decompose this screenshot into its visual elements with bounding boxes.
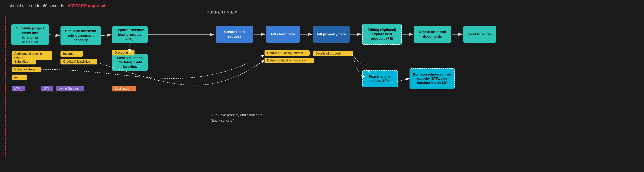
- duration-text: it should take under 60 seconds: [6, 3, 64, 8]
- node-borrower-reimb-label: Borrower reimbursement capacity (BTI/Liv…: [412, 73, 452, 85]
- tag-best-rates: Best rates: [112, 86, 136, 91]
- node-borrower-reimb[interactable]: Borrower reimbursement capacity (BTI/Liv…: [410, 68, 455, 89]
- node-simulate-project[interactable]: Simulate project costs and financing (pr…: [11, 24, 49, 45]
- node-create-loan[interactable]: Create Loan request: [216, 26, 253, 43]
- top-bar: it should take under 60 seconds WIZZARD …: [0, 0, 644, 12]
- node-explore-products-label: Explore Possible best products (PE): [114, 28, 145, 42]
- tag-details-property: Details of property: [313, 51, 353, 56]
- tag-dti: DTI: [41, 86, 53, 91]
- node-fill-client[interactable]: Fill client data: [266, 26, 300, 43]
- auto-save-line1: Auto Save property and client data?: [210, 112, 264, 118]
- node-simulate-project-label: Simulate project costs and financing: [16, 26, 44, 39]
- node-simulate-borrower[interactable]: Simulate borrower reimbursement capacity: [60, 26, 101, 45]
- node-explore-products[interactable]: Explore Possible best products (PE): [112, 26, 148, 43]
- tag-details-existing: Details of Existing credits: [264, 50, 310, 56]
- tag-living-surplus: Living Surplus: [56, 86, 84, 91]
- auto-save-line2: "Entity syncing": [210, 118, 264, 123]
- node-simulate-project-sub: (primary nav): [14, 40, 46, 43]
- node-create-offer-label: Create offer and documents: [416, 30, 448, 39]
- node-financial-plan-label: Financial plan (inside LR): [365, 74, 395, 83]
- auto-save-text: Auto Save property and client data? "Ent…: [210, 112, 264, 123]
- node-save-simulation-label: Save simulation (for later) + add favori…: [114, 56, 145, 69]
- tag-details-liability: Details of liability insurance: [264, 58, 314, 63]
- node-save-simulation[interactable]: Save simulation (for later) + add favori…: [112, 54, 148, 71]
- tag-extra-collateral: Extra collateral: [12, 67, 41, 72]
- tag-subsidies: Subsidies: [12, 59, 36, 65]
- tag-credits-liabilities: Credits & Liabilities: [60, 59, 97, 65]
- node-explore-best[interactable]: Editing (Optional) Explore best products…: [362, 24, 402, 45]
- node-explore-best-label: Editing (Optional) Explore best products…: [365, 28, 399, 41]
- tag-discounts: Discounts: [112, 50, 134, 55]
- current-view-label: CURRENT VIEW: [207, 10, 237, 14]
- node-fill-property[interactable]: Fill property data: [313, 26, 350, 43]
- node-fill-client-label: Fill client data: [271, 32, 295, 37]
- node-send-lender-label: Send to lender: [468, 32, 492, 37]
- node-financial-plan[interactable]: Financial plan (inside LR): [362, 70, 398, 87]
- node-send-lender[interactable]: Send to lender: [463, 26, 496, 43]
- node-simulate-borrower-label: Simulate borrower reimbursement capacity: [63, 29, 98, 43]
- node-create-offer[interactable]: Create offer and documents: [414, 26, 451, 43]
- node-fill-property-label: Fill property data: [317, 32, 346, 37]
- tag-income: Income: [60, 51, 83, 57]
- brand-text: WIZZARD approach: [68, 3, 107, 8]
- node-create-loan-label: Create Loan request: [218, 30, 250, 39]
- tag-ltv: LTV: [12, 86, 25, 91]
- tag-dash1: —: [12, 75, 27, 80]
